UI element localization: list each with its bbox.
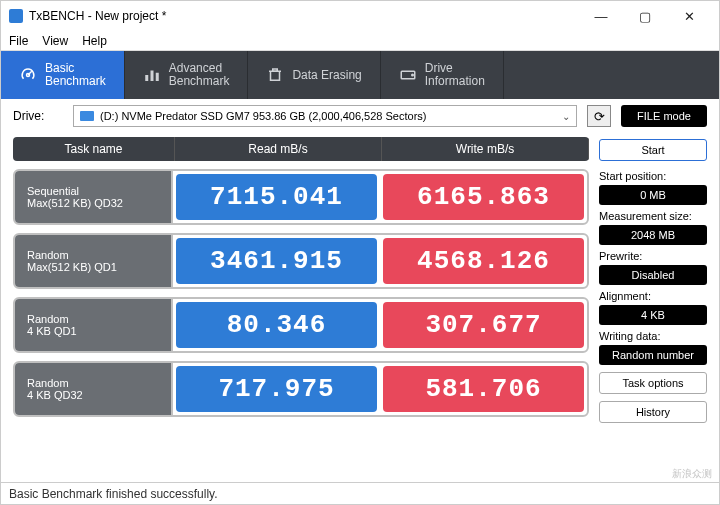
task-name-line1: Random [27,249,171,261]
window-title: TxBENCH - New project * [29,9,166,23]
task-name-line2: Max(512 KB) QD32 [27,197,171,209]
drive-selected-text: (D:) NVMe Predator SSD GM7 953.86 GB (2,… [100,110,426,122]
task-cell: Sequential Max(512 KB) QD32 [15,171,173,223]
sidebar: Start Start position: 0 MB Measurement s… [599,137,707,474]
write-value: 6165.863 [383,174,584,220]
task-name-line2: 4 KB QD1 [27,325,171,337]
writing-data-label: Writing data: [599,328,707,342]
task-name-line1: Random [27,377,171,389]
main-body: Task name Read mB/s Write mB/s Sequentia… [1,133,719,482]
menubar: File View Help [1,31,719,51]
task-cell: Random 4 KB QD1 [15,299,173,351]
svg-rect-0 [145,75,148,81]
start-position-value[interactable]: 0 MB [599,185,707,205]
task-name-line1: Random [27,313,171,325]
tab-drive-information[interactable]: Drive Information [381,51,504,99]
drive-icon [399,66,417,84]
write-value: 307.677 [383,302,584,348]
menu-file[interactable]: File [9,34,28,48]
task-cell: Random Max(512 KB) QD1 [15,235,173,287]
tab-basic-benchmark[interactable]: Basic Benchmark [1,51,125,99]
erase-icon [266,66,284,84]
results-header: Task name Read mB/s Write mB/s [13,137,589,161]
writing-data-value[interactable]: Random number [599,345,707,365]
menu-help[interactable]: Help [82,34,107,48]
alignment-value[interactable]: 4 KB [599,305,707,325]
menu-view[interactable]: View [42,34,68,48]
svg-rect-2 [155,73,158,81]
drive-select[interactable]: (D:) NVMe Predator SSD GM7 953.86 GB (2,… [73,105,577,127]
write-value: 581.706 [383,366,584,412]
start-position-label: Start position: [599,168,707,182]
disk-icon [80,111,94,121]
tab-label: Data Erasing [292,68,361,82]
prewrite-label: Prewrite: [599,248,707,262]
status-bar: Basic Benchmark finished successfully. [1,482,719,504]
history-button[interactable]: History [599,401,707,423]
tab-label: Drive Information [425,62,485,88]
tab-label: Basic Benchmark [45,62,106,88]
svg-rect-1 [150,71,153,82]
tab-label: Advanced Benchmark [169,62,230,88]
task-name-line2: 4 KB QD32 [27,389,171,401]
drive-row: Drive: (D:) NVMe Predator SSD GM7 953.86… [1,99,719,133]
results-panel: Task name Read mB/s Write mB/s Sequentia… [13,137,589,474]
bars-icon [143,66,161,84]
gauge-icon [19,66,37,84]
tab-advanced-benchmark[interactable]: Advanced Benchmark [125,51,249,99]
result-row: Sequential Max(512 KB) QD32 7115.041 616… [13,169,589,225]
minimize-button[interactable]: — [579,2,623,30]
header-write: Write mB/s [382,137,589,161]
status-text: Basic Benchmark finished successfully. [9,487,218,501]
read-value: 717.975 [176,366,377,412]
close-button[interactable]: ✕ [667,2,711,30]
header-read: Read mB/s [175,137,382,161]
app-window: TxBENCH - New project * — ▢ ✕ File View … [0,0,720,505]
start-button[interactable]: Start [599,139,707,161]
read-value: 80.346 [176,302,377,348]
task-name-line1: Sequential [27,185,171,197]
task-name-line2: Max(512 KB) QD1 [27,261,171,273]
app-icon [9,9,23,23]
tab-strip: Basic Benchmark Advanced Benchmark Data … [1,51,719,99]
result-row: Random 4 KB QD32 717.975 581.706 [13,361,589,417]
refresh-button[interactable]: ⟳ [587,105,611,127]
drive-label: Drive: [13,109,63,123]
result-row: Random Max(512 KB) QD1 3461.915 4568.126 [13,233,589,289]
titlebar: TxBENCH - New project * — ▢ ✕ [1,1,719,31]
maximize-button[interactable]: ▢ [623,2,667,30]
write-value: 4568.126 [383,238,584,284]
chevron-down-icon: ⌄ [562,111,570,122]
task-options-button[interactable]: Task options [599,372,707,394]
read-value: 3461.915 [176,238,377,284]
measurement-size-value[interactable]: 2048 MB [599,225,707,245]
read-value: 7115.041 [176,174,377,220]
prewrite-value[interactable]: Disabled [599,265,707,285]
result-row: Random 4 KB QD1 80.346 307.677 [13,297,589,353]
header-task: Task name [13,137,175,161]
measurement-size-label: Measurement size: [599,208,707,222]
file-mode-button[interactable]: FILE mode [621,105,707,127]
refresh-icon: ⟳ [594,109,605,124]
task-cell: Random 4 KB QD32 [15,363,173,415]
tab-data-erasing[interactable]: Data Erasing [248,51,380,99]
svg-point-4 [412,74,414,76]
alignment-label: Alignment: [599,288,707,302]
